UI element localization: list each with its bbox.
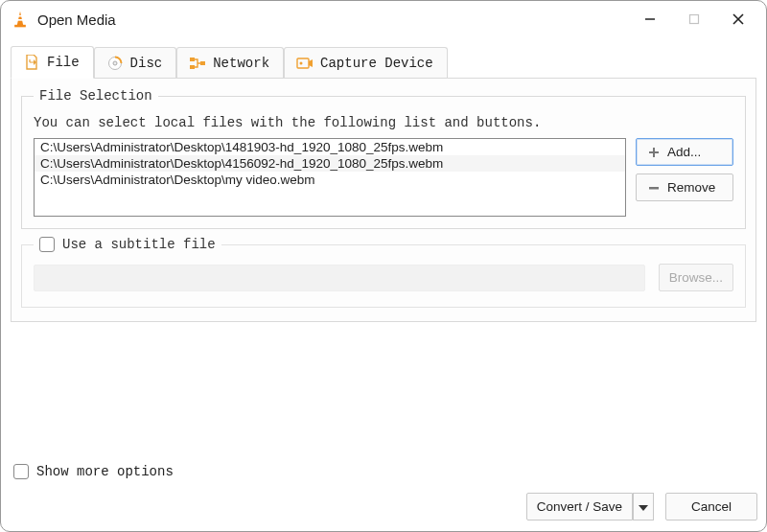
subtitle-path-input (34, 265, 645, 291)
tab-network-label: Network (213, 56, 269, 71)
close-button[interactable] (716, 4, 760, 35)
svg-rect-0 (18, 15, 23, 17)
convert-save-dropdown[interactable] (633, 493, 654, 520)
remove-button-label: Remove (667, 180, 715, 195)
list-item[interactable]: C:\Users\Administrator\Desktop\my video.… (35, 172, 625, 188)
more-options-checkbox[interactable] (13, 464, 29, 479)
capture-icon (296, 56, 314, 71)
disc-icon (106, 56, 124, 71)
list-item[interactable]: C:\Users\Administrator\Desktop\1481903-h… (35, 139, 625, 155)
svg-rect-13 (297, 58, 309, 68)
cancel-label: Cancel (691, 499, 732, 514)
content-area: File Disc Network Capture Device File Se… (1, 45, 766, 456)
svg-rect-12 (200, 61, 205, 65)
add-button[interactable]: Add... (636, 138, 733, 166)
tab-bar: File Disc Network Capture Device (11, 45, 756, 78)
browse-button-label: Browse... (669, 270, 723, 285)
list-item[interactable]: C:\Users\Administrator\Desktop\4156092-h… (35, 155, 625, 172)
svg-rect-11 (190, 65, 195, 69)
file-selection-group: File Selection You can select local file… (21, 88, 746, 229)
file-selection-legend: File Selection (34, 88, 158, 104)
minus-icon (646, 181, 662, 195)
svg-marker-19 (639, 505, 648, 511)
maximize-button[interactable] (672, 4, 716, 35)
svg-rect-18 (649, 187, 659, 190)
file-selection-hint: You can select local files with the foll… (34, 115, 733, 130)
tab-network[interactable]: Network (176, 47, 284, 79)
svg-rect-17 (649, 151, 659, 153)
subtitle-legend: Use a subtitle file (62, 237, 216, 252)
tab-capture-label: Capture Device (320, 56, 433, 71)
svg-rect-10 (190, 58, 195, 61)
subtitle-checkbox[interactable] (39, 237, 55, 252)
vlc-cone-icon (11, 10, 30, 29)
file-list[interactable]: C:\Users\Administrator\Desktop\1481903-h… (34, 138, 626, 217)
tab-panel-file: File Selection You can select local file… (11, 78, 756, 322)
titlebar: Open Media (1, 1, 766, 37)
browse-button: Browse... (659, 264, 733, 291)
svg-point-9 (113, 61, 117, 65)
convert-save-splitbutton[interactable]: Convert / Save (526, 493, 654, 520)
tab-disc[interactable]: Disc (94, 47, 177, 79)
more-options-label: Show more options (36, 464, 174, 479)
tab-capture[interactable]: Capture Device (284, 47, 448, 79)
window-title: Open Media (37, 12, 116, 28)
tab-file[interactable]: File (11, 46, 94, 79)
network-icon (189, 56, 206, 71)
tab-disc-label: Disc (130, 56, 163, 71)
add-button-label: Add... (667, 145, 701, 159)
cancel-button[interactable]: Cancel (665, 493, 757, 520)
convert-save-label: Convert / Save (537, 499, 622, 514)
svg-rect-1 (17, 19, 23, 21)
svg-point-15 (300, 62, 303, 65)
minimize-button[interactable] (628, 4, 672, 35)
convert-save-button[interactable]: Convert / Save (526, 493, 633, 520)
svg-rect-2 (14, 25, 26, 28)
plus-icon (646, 146, 662, 159)
svg-rect-4 (690, 15, 699, 24)
chevron-down-icon (639, 499, 648, 514)
tab-file-label: File (47, 55, 80, 70)
footer: Show more options Convert / Save Cancel (10, 464, 757, 520)
window-controls (628, 4, 760, 35)
file-icon (23, 55, 40, 70)
subtitle-group: Use a subtitle file Browse... (21, 237, 746, 308)
remove-button[interactable]: Remove (636, 173, 733, 201)
